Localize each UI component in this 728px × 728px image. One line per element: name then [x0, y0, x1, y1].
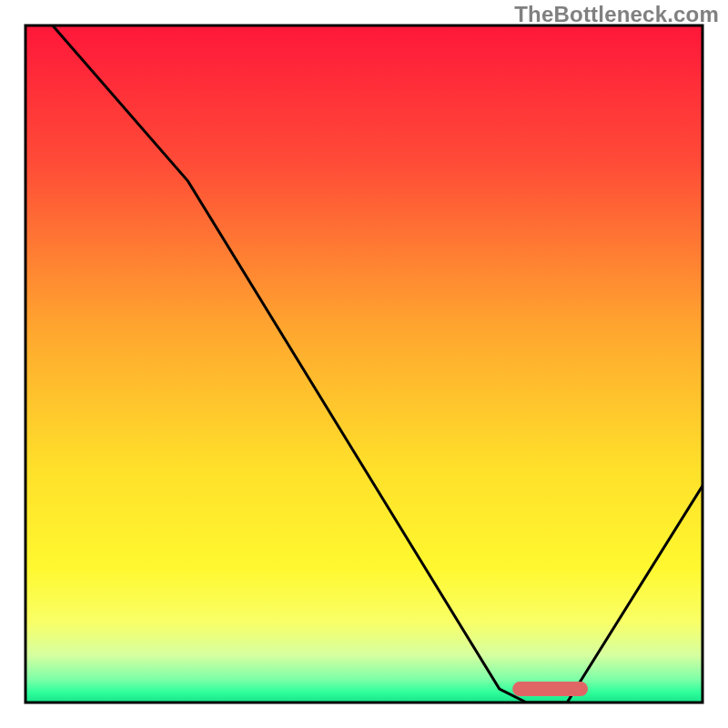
watermark-text: TheBottleneck.com — [514, 2, 719, 27]
chart-stage: TheBottleneck.com — [0, 0, 728, 728]
bottleneck-chart — [0, 0, 728, 728]
plot-background — [25, 25, 703, 703]
